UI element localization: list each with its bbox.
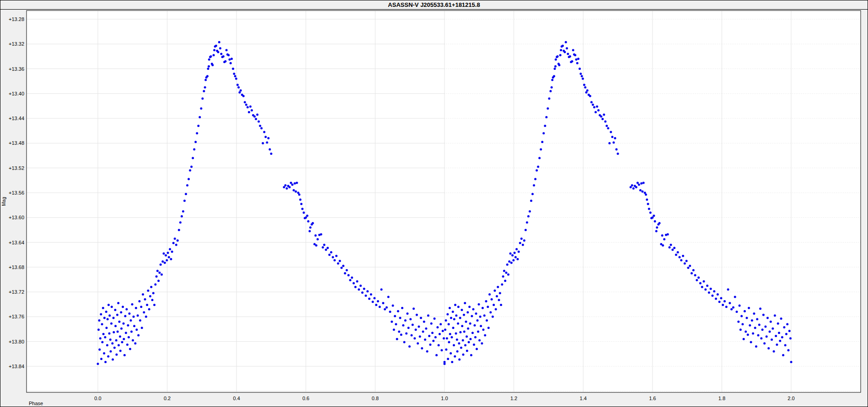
- data-point[interactable]: [178, 229, 180, 231]
- data-point[interactable]: [181, 215, 183, 217]
- data-point[interactable]: [751, 319, 753, 322]
- data-point[interactable]: [697, 276, 700, 279]
- data-point[interactable]: [725, 306, 728, 308]
- data-point[interactable]: [208, 65, 210, 68]
- data-point[interactable]: [442, 330, 444, 332]
- data-point[interactable]: [740, 315, 743, 317]
- data-point[interactable]: [141, 327, 143, 329]
- data-point[interactable]: [315, 244, 317, 247]
- data-point[interactable]: [463, 314, 465, 316]
- data-point[interactable]: [204, 79, 207, 81]
- data-point[interactable]: [614, 137, 616, 139]
- data-point[interactable]: [586, 90, 589, 92]
- data-point[interactable]: [434, 336, 437, 338]
- data-point[interactable]: [204, 86, 206, 89]
- data-point[interactable]: [124, 315, 126, 317]
- data-point[interactable]: [499, 292, 501, 294]
- data-point[interactable]: [245, 104, 247, 106]
- data-point[interactable]: [653, 215, 655, 217]
- data-point[interactable]: [396, 338, 398, 340]
- data-point[interactable]: [188, 178, 190, 180]
- data-point[interactable]: [468, 306, 471, 308]
- data-point[interactable]: [487, 306, 489, 308]
- data-point[interactable]: [702, 280, 705, 283]
- data-point[interactable]: [115, 354, 118, 356]
- data-point[interactable]: [286, 187, 288, 190]
- data-point[interactable]: [185, 193, 187, 195]
- data-point[interactable]: [262, 142, 264, 144]
- data-point[interactable]: [114, 309, 116, 311]
- data-point[interactable]: [401, 307, 403, 309]
- data-point[interactable]: [790, 361, 793, 363]
- data-point[interactable]: [117, 302, 119, 304]
- data-point[interactable]: [696, 279, 698, 281]
- data-point[interactable]: [208, 58, 210, 61]
- data-point[interactable]: [298, 194, 300, 196]
- data-point[interactable]: [567, 53, 569, 55]
- data-point[interactable]: [160, 264, 162, 266]
- data-point[interactable]: [145, 316, 147, 318]
- data-point[interactable]: [784, 344, 787, 346]
- data-point[interactable]: [398, 330, 400, 333]
- data-point[interactable]: [354, 286, 357, 288]
- data-point[interactable]: [505, 272, 507, 274]
- data-point[interactable]: [630, 186, 632, 188]
- data-point[interactable]: [193, 148, 195, 150]
- data-point[interactable]: [506, 264, 509, 266]
- data-point[interactable]: [380, 288, 383, 291]
- data-point[interactable]: [461, 309, 463, 311]
- data-point[interactable]: [611, 136, 613, 138]
- data-point[interactable]: [210, 55, 212, 58]
- data-point[interactable]: [392, 304, 394, 307]
- data-point[interactable]: [737, 321, 739, 323]
- data-point[interactable]: [309, 230, 311, 233]
- data-point[interactable]: [137, 314, 139, 317]
- data-point[interactable]: [339, 260, 341, 262]
- data-point[interactable]: [445, 319, 447, 322]
- data-point[interactable]: [166, 259, 168, 261]
- data-point[interactable]: [762, 314, 765, 316]
- data-point[interactable]: [197, 125, 199, 127]
- data-point[interactable]: [475, 312, 477, 315]
- data-point[interactable]: [663, 238, 665, 240]
- data-point[interactable]: [763, 342, 766, 344]
- data-point[interactable]: [469, 322, 472, 325]
- data-point[interactable]: [491, 298, 493, 301]
- data-point[interactable]: [363, 288, 365, 290]
- data-point[interactable]: [111, 306, 113, 308]
- data-point[interactable]: [364, 295, 367, 297]
- data-point[interactable]: [434, 317, 436, 320]
- data-point[interactable]: [268, 148, 271, 150]
- data-point[interactable]: [589, 95, 591, 97]
- data-point[interactable]: [110, 350, 112, 353]
- data-point[interactable]: [656, 226, 658, 228]
- data-point[interactable]: [115, 339, 118, 341]
- data-point[interactable]: [436, 326, 439, 328]
- data-point[interactable]: [410, 334, 413, 337]
- data-point[interactable]: [457, 322, 459, 325]
- data-point[interactable]: [206, 75, 209, 77]
- data-point[interactable]: [655, 230, 658, 233]
- data-point[interactable]: [781, 336, 783, 338]
- data-point[interactable]: [406, 312, 408, 315]
- data-point[interactable]: [235, 78, 237, 80]
- data-point[interactable]: [100, 313, 102, 315]
- data-point[interactable]: [152, 292, 155, 294]
- data-point[interactable]: [677, 251, 679, 254]
- data-point[interactable]: [295, 190, 297, 193]
- data-point[interactable]: [321, 246, 324, 248]
- data-point[interactable]: [335, 255, 338, 257]
- data-point[interactable]: [175, 243, 177, 246]
- data-point[interactable]: [194, 141, 197, 143]
- data-point[interactable]: [135, 328, 138, 331]
- data-point[interactable]: [404, 319, 407, 322]
- data-point[interactable]: [730, 308, 733, 311]
- data-point[interactable]: [452, 311, 454, 313]
- data-point[interactable]: [190, 165, 193, 168]
- data-point[interactable]: [516, 258, 519, 260]
- data-point[interactable]: [547, 107, 549, 110]
- data-point[interactable]: [425, 328, 427, 330]
- data-point[interactable]: [590, 101, 593, 103]
- data-point[interactable]: [192, 157, 194, 159]
- data-point[interactable]: [741, 323, 744, 325]
